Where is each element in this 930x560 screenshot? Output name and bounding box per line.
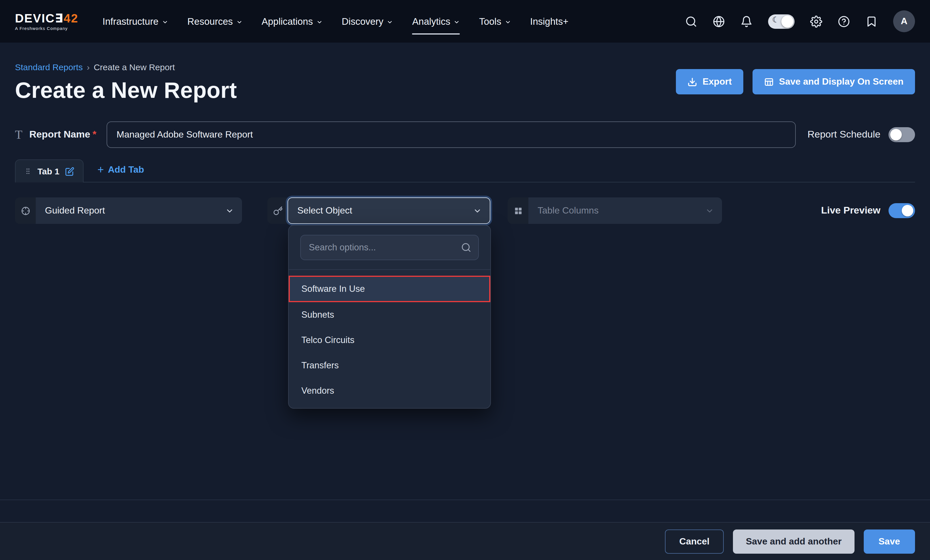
save-and-add-another-button[interactable]: Save and add another <box>733 529 855 553</box>
tab-1[interactable]: Tab 1 <box>15 160 83 183</box>
option-telco-circuits[interactable]: Telco Circuits <box>289 327 490 353</box>
toggle-knob <box>781 15 793 27</box>
guided-report-control: Guided Report <box>15 197 242 224</box>
text-field-icon: T <box>15 127 23 142</box>
device42-logo[interactable]: DEVIC∃42 A Freshworks Company <box>15 12 79 31</box>
live-preview-label: Live Preview <box>821 205 881 216</box>
table-icon <box>764 77 774 87</box>
key-icon <box>267 197 288 224</box>
help-icon[interactable] <box>838 15 850 27</box>
edit-icon[interactable] <box>65 167 74 176</box>
user-avatar[interactable]: A <box>893 10 915 32</box>
nav-item-infrastructure[interactable]: Infrastructure <box>103 0 168 43</box>
app-root: DEVIC∃42 A Freshworks Company Infrastruc… <box>0 0 930 560</box>
dropdown-search-wrap <box>300 235 479 260</box>
select-object-control: Select Object Software In Use Subnets Te… <box>267 197 490 224</box>
moon-icon: ☾ <box>772 15 779 24</box>
drag-handle-icon[interactable] <box>24 167 32 175</box>
nav-item-discovery[interactable]: Discovery <box>342 0 393 43</box>
breadcrumb-separator: › <box>87 62 89 72</box>
live-preview-wrap: Live Preview <box>821 197 915 218</box>
report-schedule-toggle[interactable] <box>888 127 915 142</box>
header-actions: Export Save and Display On Screen <box>676 69 915 94</box>
select-object-select[interactable]: Select Object <box>288 197 490 224</box>
logo-tagline: A Freshworks Company <box>15 26 79 31</box>
select-object-dropdown: Software In Use Subnets Telco Circuits T… <box>288 225 491 409</box>
chevron-down-icon <box>225 206 234 215</box>
report-name-label: Report Name* <box>29 129 97 140</box>
nav-item-insights[interactable]: Insights+ <box>530 0 568 43</box>
report-name-row: T Report Name* Report Schedule <box>15 121 915 148</box>
grid-icon <box>508 197 528 224</box>
option-transfers[interactable]: Transfers <box>289 353 490 378</box>
logo-wordmark: DEVIC∃42 <box>15 12 79 25</box>
bell-icon[interactable] <box>741 15 753 27</box>
main-content: Standard Reports › Create a New Report C… <box>0 43 930 224</box>
breadcrumb-link-standard-reports[interactable]: Standard Reports <box>15 62 83 72</box>
report-builder-row: Guided Report Select Object <box>15 197 915 224</box>
option-vendors[interactable]: Vendors <box>289 378 490 404</box>
top-navbar: DEVIC∃42 A Freshworks Company Infrastruc… <box>0 0 930 43</box>
bookmark-icon[interactable] <box>865 15 878 27</box>
globe-icon[interactable] <box>713 15 725 27</box>
add-tab-button[interactable]: + Add Tab <box>97 164 144 175</box>
nav-item-resources[interactable]: Resources <box>187 0 243 43</box>
option-software-in-use[interactable]: Software In Use <box>289 276 490 302</box>
guided-report-select[interactable]: Guided Report <box>36 197 242 224</box>
main-nav: Infrastructure Resources Applications Di… <box>103 0 568 43</box>
search-icon <box>461 242 471 253</box>
nav-item-analytics[interactable]: Analytics <box>412 0 460 43</box>
nav-item-applications[interactable]: Applications <box>262 0 323 43</box>
chevron-down-icon <box>316 19 323 25</box>
gear-icon[interactable] <box>810 15 822 27</box>
search-icon[interactable] <box>685 15 697 27</box>
chevron-down-icon <box>473 206 482 215</box>
chevron-down-icon <box>162 19 168 25</box>
cancel-button[interactable]: Cancel <box>665 529 724 553</box>
table-columns-control: Table Columns <box>508 197 722 224</box>
tab-bar: Tab 1 + Add Tab <box>15 160 915 183</box>
report-schedule-label: Report Schedule <box>808 129 881 140</box>
report-name-input-wrap <box>107 121 796 148</box>
save-button[interactable]: Save <box>864 529 915 553</box>
navbar-actions: ☾ A <box>685 10 915 32</box>
chevron-down-icon <box>505 19 511 25</box>
dropdown-options-list: Software In Use Subnets Telco Circuits T… <box>289 270 490 404</box>
breadcrumb-current: Create a New Report <box>94 62 175 72</box>
chevron-down-icon <box>387 19 393 25</box>
footer-action-bar: Cancel Save and add another Save <box>0 522 930 560</box>
live-preview-toggle[interactable] <box>888 203 915 218</box>
chevron-down-icon <box>454 19 460 25</box>
theme-toggle[interactable]: ☾ <box>768 14 795 29</box>
export-button[interactable]: Export <box>676 69 743 94</box>
table-columns-select[interactable]: Table Columns <box>528 197 722 224</box>
chevron-down-icon <box>236 19 243 25</box>
crosshair-icon <box>15 197 36 224</box>
content-divider <box>0 500 930 500</box>
save-and-display-button[interactable]: Save and Display On Screen <box>753 69 915 94</box>
toggle-knob <box>890 129 902 140</box>
dropdown-search-input[interactable] <box>300 235 479 260</box>
plus-icon: + <box>97 165 104 174</box>
nav-item-tools[interactable]: Tools <box>479 0 511 43</box>
required-asterisk: * <box>92 129 96 140</box>
chevron-down-icon <box>705 206 714 215</box>
download-icon <box>687 77 697 87</box>
tab-label: Tab 1 <box>37 166 59 176</box>
option-subnets[interactable]: Subnets <box>289 302 490 327</box>
toggle-knob <box>902 205 913 216</box>
report-name-input[interactable] <box>107 121 796 148</box>
breadcrumb: Standard Reports › Create a New Report <box>15 43 915 72</box>
